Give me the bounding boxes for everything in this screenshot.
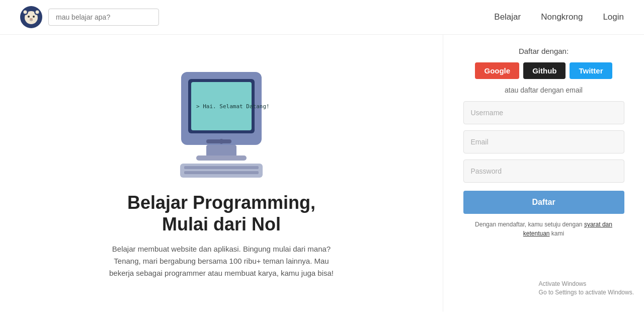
- username-group: [463, 101, 624, 124]
- social-buttons: Google Github Twitter: [463, 62, 624, 79]
- nav-login[interactable]: Login: [603, 12, 624, 22]
- header: Belajar Nongkrong Login: [0, 0, 644, 35]
- password-input[interactable]: [463, 160, 624, 183]
- username-input[interactable]: [463, 101, 624, 124]
- nav-nongkrong[interactable]: Nongkrong: [541, 12, 583, 22]
- svg-rect-18: [184, 166, 259, 169]
- computer-illustration: > Hai. Selamat Datang!: [166, 67, 277, 183]
- left-panel: > Hai. Selamat Datang! Belajar Programmi…: [0, 35, 443, 311]
- svg-rect-14: [196, 155, 247, 161]
- daftar-dengan-label: Daftar dengan:: [463, 47, 624, 55]
- svg-point-8: [30, 18, 33, 20]
- logo-area: [20, 6, 159, 28]
- right-panel: Daftar dengan: Google Github Twitter ata…: [443, 35, 644, 311]
- main-nav: Belajar Nongkrong Login: [494, 12, 624, 22]
- password-group: [463, 160, 624, 183]
- search-input[interactable]: [48, 9, 159, 26]
- svg-rect-19: [184, 171, 259, 174]
- svg-point-5: [36, 11, 39, 14]
- svg-rect-16: [206, 139, 231, 143]
- terms-text: Dengan mendaftar, kamu setuju dengan sya…: [463, 220, 624, 238]
- hero-title: Belajar Programming, Mulai dari Nol: [127, 192, 315, 235]
- svg-rect-17: [180, 164, 263, 178]
- atau-text: atau daftar dengan email: [463, 86, 624, 94]
- email-group: [463, 130, 624, 153]
- google-button[interactable]: Google: [475, 62, 519, 79]
- svg-text:> Hai. Selamat Datang!: > Hai. Selamat Datang!: [196, 103, 270, 110]
- twitter-button[interactable]: Twitter: [570, 62, 612, 79]
- register-card: Daftar dengan: Google Github Twitter ata…: [463, 47, 624, 238]
- svg-point-4: [24, 11, 27, 14]
- logo-icon: [20, 6, 42, 28]
- hero-description: Belajar membuat website dan aplikasi. Bi…: [106, 243, 337, 279]
- svg-point-7: [33, 16, 35, 18]
- nav-belajar[interactable]: Belajar: [494, 12, 521, 22]
- email-input[interactable]: [463, 130, 624, 153]
- svg-point-6: [28, 16, 30, 18]
- svg-rect-13: [206, 145, 236, 157]
- windows-watermark: Activate Windows Go to Settings to activ…: [539, 280, 634, 297]
- daftar-button[interactable]: Daftar: [463, 191, 624, 214]
- github-button[interactable]: Github: [523, 62, 566, 79]
- main-content: > Hai. Selamat Datang! Belajar Programmi…: [0, 35, 644, 311]
